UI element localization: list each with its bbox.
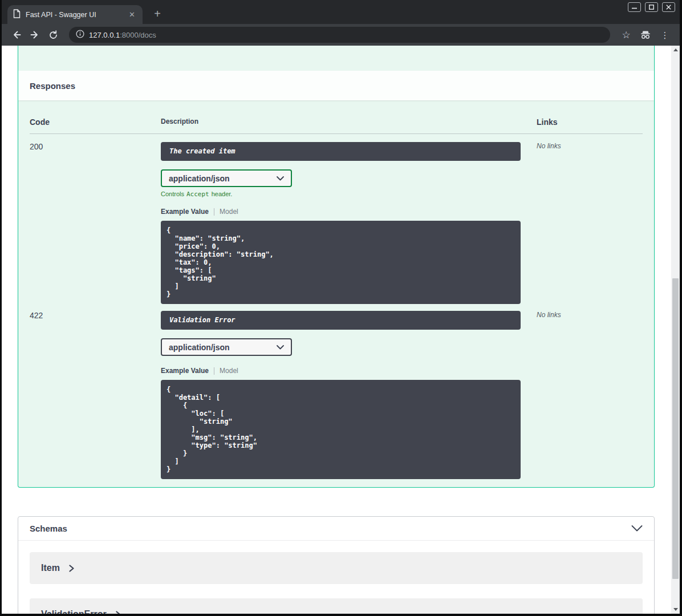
response-422-description-cell: Validation Error application/json Exampl… <box>161 304 537 479</box>
opblock-post: Responses Code Description Links 200 The… <box>18 46 655 488</box>
responses-section-header: Responses <box>18 71 654 100</box>
response-code-200: 200 <box>30 134 161 304</box>
schemas-title: Schemas <box>30 524 67 533</box>
close-button[interactable] <box>662 2 675 12</box>
media-type-select-422[interactable]: application/json <box>161 338 292 356</box>
info-icon[interactable] <box>76 30 84 40</box>
tab-title: Fast API - Swagger UI <box>26 11 127 19</box>
example-model-tabs-200: Example Value Model <box>161 208 521 216</box>
browser-toolbar: 127.0.0.1:8000/docs ☆ ⋮ <box>2 24 680 46</box>
incognito-button[interactable] <box>638 27 653 43</box>
response-200-description-cell: The created item application/json Contro… <box>161 134 537 304</box>
schemas-header[interactable]: Schemas <box>18 517 654 541</box>
window-controls <box>628 2 675 12</box>
response-200-description: The created item <box>161 142 521 161</box>
menu-dots-icon: ⋮ <box>661 31 669 39</box>
bookmark-star-button[interactable]: ☆ <box>618 27 634 43</box>
new-tab-button[interactable]: + <box>151 7 164 21</box>
example-json-422: { "detail": [ { "loc": [ "string" ], "ms… <box>161 380 521 479</box>
schema-validationerror-row[interactable]: ValidationError <box>30 598 643 614</box>
menu-button[interactable]: ⋮ <box>657 27 673 43</box>
responses-table: Code Description Links 200 The created i… <box>30 112 643 479</box>
minimize-button[interactable] <box>628 2 641 12</box>
address-bar[interactable]: 127.0.0.1:8000/docs <box>69 27 610 43</box>
accept-header-note: ControlsAcceptheader. <box>161 191 521 198</box>
page-icon <box>13 9 21 21</box>
chevron-right-icon <box>116 611 121 614</box>
tab-example-value[interactable]: Example Value <box>161 367 209 375</box>
scroll-down-icon <box>673 608 678 611</box>
column-header-links: Links <box>537 112 643 134</box>
schema-name-item: Item <box>41 563 60 573</box>
back-button[interactable] <box>9 27 25 43</box>
url-path: :8000/docs <box>120 31 156 39</box>
schema-name-validationerror: ValidationError <box>41 609 107 614</box>
tab-divider <box>214 208 214 216</box>
chevron-right-icon <box>69 565 74 572</box>
scroll-up-button[interactable] <box>671 46 680 54</box>
schema-item-row[interactable]: Item <box>30 552 643 584</box>
reload-button[interactable] <box>45 27 61 43</box>
example-json-200: { "name": "string", "price": 0, "descrip… <box>161 221 521 304</box>
schemas-body: Item ValidationError <box>18 541 654 614</box>
tab-model[interactable]: Model <box>220 208 238 216</box>
response-200-links: No links <box>537 134 643 304</box>
forward-button[interactable] <box>27 27 43 43</box>
media-type-value-200: application/json <box>169 174 230 183</box>
opblock-body-gap <box>18 46 654 71</box>
scroll-down-button[interactable] <box>671 605 680 614</box>
response-code-422: 422 <box>30 304 161 479</box>
chevron-down-icon <box>631 525 643 532</box>
browser-window: Fast API - Swagger UI ✕ + <box>0 0 682 616</box>
url-text: 127.0.0.1:8000/docs <box>89 31 156 39</box>
response-422-links: No links <box>537 304 643 479</box>
tab-divider <box>214 367 214 375</box>
scrollbar-thumb[interactable] <box>672 278 679 579</box>
example-model-tabs-422: Example Value Model <box>161 367 521 375</box>
tab-close-icon[interactable]: ✕ <box>127 10 137 19</box>
tab-model[interactable]: Model <box>220 367 238 375</box>
chevron-down-icon <box>277 345 284 350</box>
responses-title: Responses <box>30 81 75 91</box>
media-type-select-200[interactable]: application/json <box>161 169 292 187</box>
swagger-page: Responses Code Description Links 200 The… <box>2 46 671 614</box>
scroll-up-icon <box>673 48 678 51</box>
column-header-code: Code <box>30 112 161 134</box>
column-header-description: Description <box>161 112 537 134</box>
tab-example-value[interactable]: Example Value <box>161 208 209 216</box>
title-bar: Fast API - Swagger UI ✕ + <box>2 0 680 24</box>
vertical-scrollbar[interactable] <box>671 46 680 614</box>
maximize-button[interactable] <box>645 2 658 12</box>
responses-wrapper: Code Description Links 200 The created i… <box>18 100 654 488</box>
page-content: Responses Code Description Links 200 The… <box>2 46 680 614</box>
window-frame: Fast API - Swagger UI ✕ + <box>2 0 680 614</box>
chevron-down-icon <box>277 176 284 181</box>
media-type-value-422: application/json <box>169 343 230 352</box>
schemas-section: Schemas Item ValidationError <box>18 516 655 614</box>
toolbar-right-icons: ☆ ⋮ <box>618 27 673 43</box>
browser-tab[interactable]: Fast API - Swagger UI ✕ <box>7 5 143 24</box>
url-host: 127.0.0.1 <box>89 31 120 39</box>
response-422-description: Validation Error <box>161 311 521 330</box>
incognito-icon <box>640 30 651 40</box>
star-icon: ☆ <box>622 30 630 40</box>
